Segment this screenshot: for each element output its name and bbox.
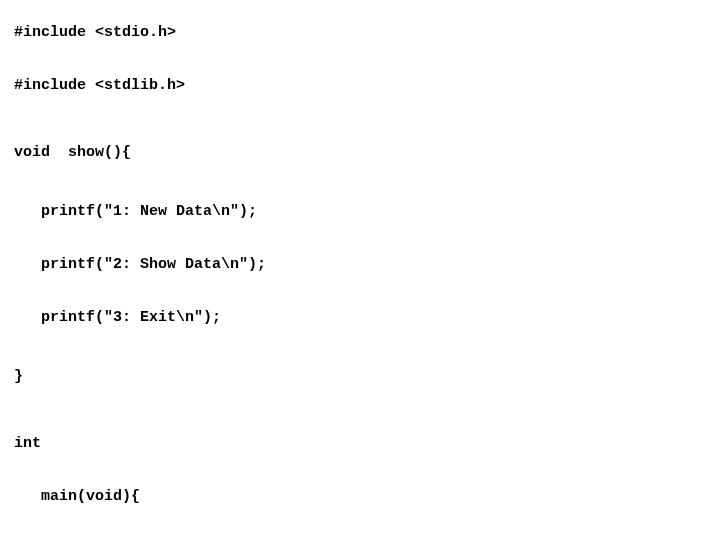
- code-line: }: [14, 369, 706, 384]
- code-line: #include <stdlib.h>: [14, 78, 706, 93]
- code-line: void show(){: [14, 145, 706, 160]
- code-line: printf("2: Show Data\n");: [14, 257, 706, 272]
- code-line: printf("1: New Data\n");: [14, 204, 706, 219]
- code-line: main(void){: [14, 489, 706, 504]
- code-line: int: [14, 436, 706, 451]
- code-line: printf("3: Exit\n");: [14, 310, 706, 325]
- code-line: #include <stdio.h>: [14, 25, 706, 40]
- code-listing: #include <stdio.h> #include <stdlib.h> v…: [0, 0, 720, 540]
